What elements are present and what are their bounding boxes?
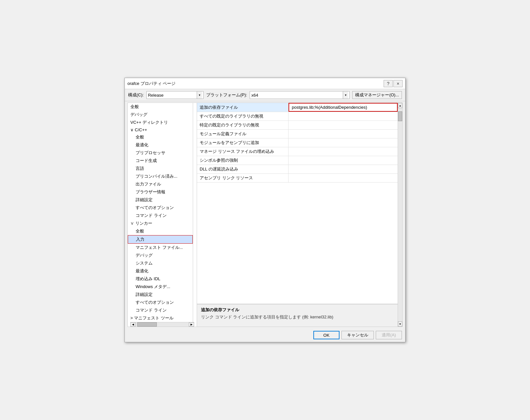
help-button[interactable]: ? bbox=[384, 80, 393, 87]
platform-label: プラットフォーム(P): bbox=[206, 92, 247, 98]
prop-name-7: DLL の遅延読み込み bbox=[197, 165, 289, 173]
tree-item-25[interactable]: すべてのオプション bbox=[128, 299, 193, 306]
tree-item-15[interactable]: ∨ リンカー bbox=[128, 219, 193, 227]
ok-button[interactable]: OK bbox=[313, 331, 340, 339]
prop-value-0: postgres.lib;%(AdditionalDependencies) bbox=[289, 103, 398, 112]
scroll-h-track bbox=[136, 322, 189, 327]
tree-item-26[interactable]: コマンド ライン bbox=[128, 306, 193, 314]
toolbar: 構成(C): Release ▼ プラットフォーム(P): x64 ▼ 構成マネ… bbox=[125, 89, 405, 101]
prop-row-7[interactable]: DLL の遅延読み込み bbox=[197, 165, 398, 174]
dialog-title: orafce プロパティ ページ bbox=[127, 81, 175, 87]
scroll-thumb-horizontal[interactable] bbox=[137, 322, 157, 327]
prop-name-6: シンボル参照の強制 bbox=[197, 156, 289, 165]
footer: OK キャンセル 適用(A) bbox=[125, 328, 405, 342]
prop-value-4 bbox=[289, 138, 398, 147]
tree-item-21[interactable]: 最適化 bbox=[128, 267, 193, 275]
title-bar: orafce プロパティ ページ ? × bbox=[125, 78, 405, 89]
close-button[interactable]: × bbox=[393, 80, 403, 87]
prop-row-1[interactable]: すべての既定のライブラリの無視 bbox=[197, 112, 398, 121]
tree-item-18[interactable]: マニフェスト ファイル... bbox=[128, 244, 193, 251]
title-bar-buttons: ? × bbox=[384, 80, 403, 87]
tree-item-11[interactable]: ブラウザー情報 bbox=[128, 188, 193, 196]
tree-item-12[interactable]: 詳細設定 bbox=[128, 196, 193, 204]
scroll-up-button[interactable]: ▲ bbox=[398, 103, 402, 108]
config-combobox[interactable]: Release ▼ bbox=[146, 91, 204, 99]
scroll-right-button[interactable]: ▶ bbox=[189, 322, 194, 327]
prop-value-3 bbox=[289, 130, 398, 138]
platform-dropdown-arrow[interactable]: ▼ bbox=[343, 91, 348, 99]
prop-name-1: すべての既定のライブラリの無視 bbox=[197, 112, 289, 121]
right-scrollbar[interactable]: ▲ ▼ bbox=[398, 103, 402, 327]
description-text: リンク コマンド ラインに追加する項目を指定します (例: kernel32.l… bbox=[201, 314, 394, 320]
tree-item-20[interactable]: システム bbox=[128, 259, 193, 267]
tree-item-9[interactable]: プリコンパイル済み... bbox=[128, 172, 193, 180]
tree-panel: 全般デバッグVC++ ディレクトリ∨ C/C++全般最適化プリプロセッサコード生… bbox=[128, 103, 193, 322]
prop-name-4: モジュールをアセンブリに追加 bbox=[197, 138, 289, 147]
platform-value: x64 bbox=[251, 93, 343, 98]
prop-value-5 bbox=[289, 147, 398, 156]
prop-value-6 bbox=[289, 156, 398, 165]
prop-name-5: マネージ リソース ファイルの埋め込み bbox=[197, 147, 289, 156]
platform-combobox[interactable]: x64 ▼ bbox=[250, 91, 350, 99]
prop-value-2 bbox=[289, 121, 398, 129]
right-panel: 追加の依存ファイルpostgres.lib;%(AdditionalDepend… bbox=[197, 103, 398, 327]
description-panel: 追加の依存ファイル リンク コマンド ラインに追加する項目を指定します (例: … bbox=[197, 304, 398, 327]
scroll-thumb-vertical[interactable] bbox=[398, 111, 402, 121]
prop-name-0: 追加の依存ファイル bbox=[197, 103, 289, 112]
property-dialog: orafce プロパティ ページ ? × 構成(C): Release ▼ プラ… bbox=[124, 78, 406, 342]
tree-item-13[interactable]: すべてのオプション bbox=[128, 204, 193, 212]
config-value: Release bbox=[148, 93, 197, 98]
prop-name-3: モジュール定義ファイル bbox=[197, 130, 289, 138]
tree-item-17[interactable]: 入力 bbox=[128, 235, 193, 244]
properties-table: 追加の依存ファイルpostgres.lib;%(AdditionalDepend… bbox=[197, 103, 398, 304]
config-dropdown-arrow[interactable]: ▼ bbox=[197, 91, 202, 99]
tree-item-14[interactable]: コマンド ライン bbox=[128, 212, 193, 219]
config-label: 構成(C): bbox=[128, 92, 144, 98]
tree-item-10[interactable]: 出力ファイル bbox=[128, 180, 193, 188]
prop-name-8: アセンブリ リンク リソース bbox=[197, 174, 289, 182]
tree-item-1[interactable]: デバッグ bbox=[128, 111, 193, 119]
prop-row-6[interactable]: シンボル参照の強制 bbox=[197, 156, 398, 165]
apply-button[interactable]: 適用(A) bbox=[376, 331, 402, 339]
tree-item-0[interactable]: 全般 bbox=[128, 103, 193, 111]
prop-value-7 bbox=[289, 165, 398, 173]
tree-item-19[interactable]: デバッグ bbox=[128, 251, 193, 259]
tree-item-16[interactable]: 全般 bbox=[128, 227, 193, 235]
tree-item-7[interactable]: コード生成 bbox=[128, 157, 193, 165]
tree-item-6[interactable]: プリプロセッサ bbox=[128, 149, 193, 157]
prop-row-5[interactable]: マネージ リソース ファイルの埋め込み bbox=[197, 147, 398, 156]
tree-item-5[interactable]: 最適化 bbox=[128, 141, 193, 149]
tree-item-24[interactable]: 詳細設定 bbox=[128, 291, 193, 299]
scroll-track bbox=[398, 108, 402, 321]
prop-value-1 bbox=[289, 112, 398, 121]
tree-item-8[interactable]: 言語 bbox=[128, 165, 193, 172]
left-bottom-scrollbar[interactable]: ◀ ▶ bbox=[130, 322, 194, 327]
description-title: 追加の依存ファイル bbox=[201, 307, 394, 313]
prop-row-3[interactable]: モジュール定義ファイル bbox=[197, 130, 398, 138]
tree-item-23[interactable]: Windows メタデ... bbox=[128, 283, 193, 291]
scroll-down-button[interactable]: ▼ bbox=[398, 321, 402, 327]
tree-item-4[interactable]: 全般 bbox=[128, 133, 193, 141]
manager-button[interactable]: 構成マネージャー(O)... bbox=[352, 91, 402, 99]
tree-item-22[interactable]: 埋め込み IDL bbox=[128, 275, 193, 283]
tree-item-27[interactable]: > マニフェスト ツール bbox=[128, 314, 193, 322]
prop-name-2: 特定の既定のライブラリの無視 bbox=[197, 121, 289, 129]
main-content: 全般デバッグVC++ ディレクトリ∨ C/C++全般最適化プリプロセッサコード生… bbox=[127, 103, 403, 327]
tree-item-2[interactable]: VC++ ディレクトリ bbox=[128, 119, 193, 126]
prop-row-4[interactable]: モジュールをアセンブリに追加 bbox=[197, 138, 398, 147]
prop-row-2[interactable]: 特定の既定のライブラリの無視 bbox=[197, 121, 398, 130]
cancel-button[interactable]: キャンセル bbox=[341, 331, 374, 339]
prop-row-0[interactable]: 追加の依存ファイルpostgres.lib;%(AdditionalDepend… bbox=[197, 103, 398, 112]
prop-row-8[interactable]: アセンブリ リンク リソース bbox=[197, 174, 398, 183]
prop-value-8 bbox=[289, 174, 398, 182]
scroll-left-button[interactable]: ◀ bbox=[130, 322, 136, 327]
tree-item-3[interactable]: ∨ C/C++ bbox=[128, 126, 193, 133]
